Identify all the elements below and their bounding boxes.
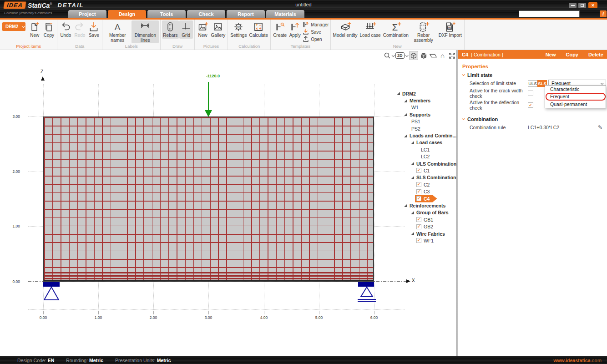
info-button[interactable]: i	[600, 10, 607, 17]
rebars-toggle[interactable]: Rebars	[162, 20, 178, 39]
tree-item-lc1[interactable]: LC1	[394, 146, 456, 153]
zoom-extents-button[interactable]	[448, 51, 456, 60]
tree-item-ps1[interactable]: PS1	[394, 118, 456, 125]
new-project-item-button[interactable]: New	[28, 20, 41, 39]
expander-icon[interactable]	[404, 113, 407, 116]
expander-icon[interactable]	[404, 204, 407, 207]
member-names-toggle[interactable]: A Member names	[104, 20, 131, 43]
beam-member-w1[interactable]	[43, 116, 374, 282]
tree-item-supports[interactable]: Supports	[394, 111, 456, 118]
model-canvas[interactable]: 2D ⌂ Z X -1120.0 0.00 1.0	[0, 50, 456, 356]
expander-icon[interactable]	[404, 134, 407, 137]
undo-button[interactable]: Undo	[59, 20, 72, 39]
tab-report[interactable]: Report	[227, 10, 265, 18]
expander-icon[interactable]	[411, 232, 414, 235]
panel-copy-button[interactable]: Copy	[566, 52, 578, 57]
checkbox-checked[interactable]: ✓	[416, 196, 421, 201]
support-plate-ps1[interactable]	[43, 282, 60, 287]
new-picture-button[interactable]: New	[196, 20, 210, 39]
roller-support-icon-ps2[interactable]	[359, 287, 375, 298]
zoom-tool-button[interactable]	[384, 51, 394, 60]
new-load-case-button[interactable]: Load case	[359, 20, 382, 39]
support-plate-ps2[interactable]	[358, 282, 374, 287]
settings-button[interactable]: </> Settings	[229, 20, 248, 39]
dropdown-option-characteristic[interactable]: Characteristic	[545, 86, 606, 93]
tree-item-wire-fabrics[interactable]: Wire Fabrics	[394, 230, 456, 237]
tree-item-members[interactable]: Members	[394, 97, 456, 104]
checkbox-checked[interactable]: ✓	[416, 238, 421, 243]
tree-item-sls-combinations[interactable]: SLS Combinations	[394, 174, 456, 181]
dropdown-option-quasi-permanent[interactable]: Quasi-permanent	[545, 101, 606, 108]
gallery-button[interactable]: Gallery	[210, 20, 227, 39]
copy-project-item-button[interactable]: Copy	[42, 20, 56, 39]
tree-item-gb1[interactable]: ✓GB1	[394, 216, 456, 223]
new-combination-button[interactable]: Σ Combination	[382, 20, 410, 39]
tree-item-c3[interactable]: ✓C3	[394, 188, 456, 195]
expander-icon[interactable]	[411, 141, 414, 144]
expander-icon[interactable]	[404, 99, 407, 102]
crack-width-checkbox[interactable]	[528, 91, 533, 96]
template-apply-button[interactable]: Apply	[288, 20, 302, 39]
calculate-button[interactable]: +−×÷ Calculate	[248, 20, 269, 39]
maximize-button[interactable]	[578, 3, 586, 8]
close-button[interactable]: ✕	[588, 2, 597, 8]
template-open-button[interactable]: Open	[302, 36, 329, 43]
dxf-import-button[interactable]: DXF DXF Import	[438, 20, 463, 39]
pin-support-icon-ps1[interactable]	[43, 287, 61, 301]
point-load-arrow[interactable]	[208, 82, 209, 111]
wireframe-view-button[interactable]	[409, 51, 418, 60]
tree-item-gb2[interactable]: ✓GB2	[394, 223, 456, 230]
tab-design[interactable]: Design	[108, 10, 146, 18]
dropdown-option-frequent[interactable]: Frequent	[545, 93, 606, 100]
panel-new-button[interactable]: New	[546, 52, 556, 57]
tab-check[interactable]: Check	[187, 10, 225, 18]
tab-tools[interactable]: Tools	[147, 10, 186, 18]
checkbox-checked[interactable]: ✓	[416, 182, 421, 187]
tree-item-c1[interactable]: ✓C1	[394, 167, 456, 174]
uls-toggle-button[interactable]: ULS	[528, 80, 537, 87]
website-link[interactable]: www.ideastatica.com	[553, 358, 607, 363]
clipping-plane-button[interactable]	[429, 51, 437, 60]
tree-item-reinforcements[interactable]: Reinforcements	[394, 202, 456, 209]
tree-item-uls-combinations[interactable]: ULS Combinations	[394, 160, 456, 167]
tab-materials[interactable]: Materials	[266, 10, 304, 18]
expander-icon[interactable]	[397, 92, 400, 95]
deflection-checkbox[interactable]: ✓	[528, 102, 533, 108]
tree-item-w1[interactable]: W1	[394, 104, 456, 111]
tree-item-wf1[interactable]: ✓WF1	[394, 237, 456, 244]
new-rebar-assembly-button[interactable]: Rebar assembly	[410, 20, 437, 43]
expander-icon[interactable]	[411, 162, 414, 165]
tab-project[interactable]: Project	[68, 10, 106, 18]
panel-delete-button[interactable]: Delete	[588, 52, 603, 57]
limit-state-group-header[interactable]: Limit state	[462, 72, 607, 78]
expander-icon[interactable]	[411, 176, 414, 179]
view-mode-button[interactable]: 2D	[395, 51, 408, 60]
save-button[interactable]: Save	[87, 20, 101, 39]
checkbox-checked[interactable]: ✓	[416, 224, 421, 229]
checkbox-checked[interactable]: ✓	[416, 217, 421, 222]
search-input[interactable]	[519, 11, 581, 17]
tree-item-loads-combinations[interactable]: Loads and Combin...	[394, 132, 456, 139]
checkbox-checked[interactable]: ✓	[416, 189, 421, 194]
edit-pencil-icon[interactable]: ✎	[598, 124, 602, 131]
search-box[interactable]	[519, 10, 580, 17]
new-model-entity-button[interactable]: Model entity	[332, 20, 359, 39]
expander-icon[interactable]	[411, 211, 414, 214]
template-create-button[interactable]: Create	[272, 20, 288, 39]
grid-toggle[interactable]: Grid	[179, 20, 193, 39]
checkbox-checked[interactable]: ✓	[416, 168, 421, 173]
solid-view-button[interactable]	[420, 51, 428, 60]
tree-item-lc2[interactable]: LC2	[394, 153, 456, 160]
tree-item-drm2[interactable]: DRM2	[394, 90, 456, 97]
combination-group-header[interactable]: Combination	[462, 116, 607, 122]
minimize-button[interactable]	[569, 3, 577, 8]
tree-item-load-cases[interactable]: Load cases	[394, 139, 456, 146]
project-item-combo[interactable]: DRM2	[2, 22, 25, 31]
home-view-button[interactable]: ⌂	[439, 51, 447, 60]
tree-item-ps2[interactable]: PS2	[394, 125, 456, 132]
tree-item-c2[interactable]: ✓C2	[394, 181, 456, 188]
template-save-button[interactable]: Save	[302, 29, 329, 35]
tree-item-group-of-bars[interactable]: Group of Bars	[394, 209, 456, 216]
dimension-lines-toggle[interactable]: Dimension lines	[132, 20, 159, 43]
tree-item-c4-selected[interactable]: ✓C4	[394, 195, 456, 202]
